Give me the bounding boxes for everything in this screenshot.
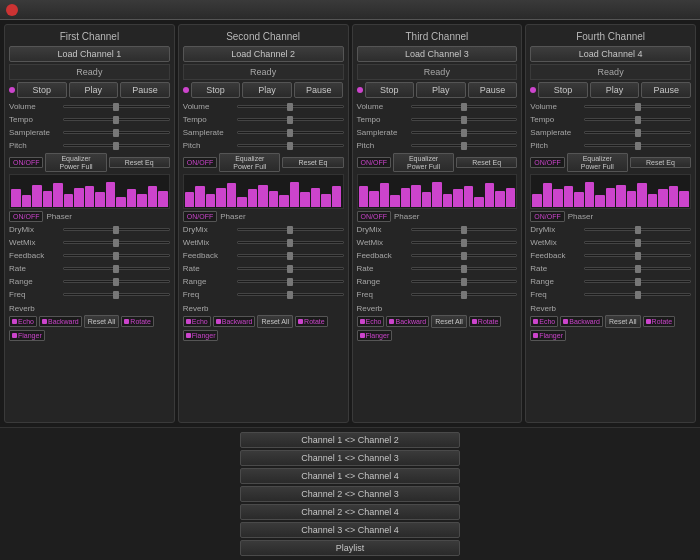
phaser-slider-track[interactable] (584, 267, 691, 270)
phaser-slider-track[interactable] (411, 293, 518, 296)
phaser-slider-track[interactable] (584, 228, 691, 231)
phaser-slider-track[interactable] (411, 254, 518, 257)
slider-track[interactable] (237, 131, 344, 134)
load-button[interactable]: Load Channel 4 (530, 46, 691, 62)
channel-link-button[interactable]: Channel 3 <> Channel 4 (240, 522, 460, 538)
pause-button[interactable]: Pause (120, 82, 170, 98)
rotate-button[interactable]: Rotate (295, 316, 328, 327)
flanger-button[interactable]: Flanger (357, 330, 393, 341)
playlist-button[interactable]: Playlist (240, 540, 460, 556)
rotate-button[interactable]: Rotate (469, 316, 502, 327)
echo-button[interactable]: Echo (357, 316, 385, 327)
phaser-slider-track[interactable] (411, 228, 518, 231)
phaser-slider-track[interactable] (63, 293, 170, 296)
load-button[interactable]: Load Channel 2 (183, 46, 344, 62)
play-button[interactable]: Play (242, 82, 292, 98)
pause-button[interactable]: Pause (294, 82, 344, 98)
slider-track[interactable] (411, 118, 518, 121)
phaser-slider-track[interactable] (237, 280, 344, 283)
rotate-button[interactable]: Rotate (643, 316, 676, 327)
rotate-button[interactable]: Rotate (121, 316, 154, 327)
backward-button[interactable]: Backward (560, 316, 603, 327)
stop-button[interactable]: Stop (365, 82, 415, 98)
channel-link-button[interactable]: Channel 1 <> Channel 2 (240, 432, 460, 448)
backward-button[interactable]: Backward (386, 316, 429, 327)
slider-track[interactable] (584, 144, 691, 147)
flanger-button[interactable]: Flanger (530, 330, 566, 341)
phaser-slider-track[interactable] (584, 280, 691, 283)
echo-button[interactable]: Echo (9, 316, 37, 327)
eq-toggle[interactable]: ON/OFF (183, 157, 217, 168)
channel-link-button[interactable]: Channel 2 <> Channel 3 (240, 486, 460, 502)
phaser-slider-track[interactable] (237, 293, 344, 296)
slider-track[interactable] (411, 105, 518, 108)
slider-track[interactable] (411, 131, 518, 134)
phaser-slider-track[interactable] (63, 254, 170, 257)
close-button[interactable] (6, 4, 18, 16)
channel-link-button[interactable]: Channel 1 <> Channel 4 (240, 468, 460, 484)
load-button[interactable]: Load Channel 3 (357, 46, 518, 62)
slider-track[interactable] (63, 131, 170, 134)
eq-reset-button[interactable]: Reset Eq (109, 157, 170, 168)
stop-button[interactable]: Stop (191, 82, 241, 98)
phaser-toggle[interactable]: ON/OFF (183, 211, 217, 222)
phaser-toggle[interactable]: ON/OFF (357, 211, 391, 222)
slider-track[interactable] (63, 105, 170, 108)
eq-toggle[interactable]: ON/OFF (530, 157, 564, 168)
phaser-slider-track[interactable] (411, 267, 518, 270)
backward-button[interactable]: Backward (39, 316, 82, 327)
phaser-slider-track[interactable] (237, 254, 344, 257)
slider-track[interactable] (584, 131, 691, 134)
eq-power-button[interactable]: EqualizerPower Full (45, 153, 106, 172)
eq-toggle[interactable]: ON/OFF (357, 157, 391, 168)
flanger-button[interactable]: Flanger (183, 330, 219, 341)
slider-track[interactable] (584, 118, 691, 121)
flanger-button[interactable]: Flanger (9, 330, 45, 341)
phaser-slider-track[interactable] (63, 228, 170, 231)
slider-track[interactable] (237, 144, 344, 147)
phaser-toggle[interactable]: ON/OFF (530, 211, 564, 222)
phaser-slider-track[interactable] (63, 241, 170, 244)
stop-button[interactable]: Stop (17, 82, 67, 98)
eq-power-button[interactable]: EqualizerPower Full (219, 153, 280, 172)
eq-reset-button[interactable]: Reset Eq (456, 157, 517, 168)
phaser-slider-track[interactable] (584, 293, 691, 296)
phaser-slider-track[interactable] (237, 228, 344, 231)
eq-reset-button[interactable]: Reset Eq (282, 157, 343, 168)
eq-power-button[interactable]: EqualizerPower Full (567, 153, 628, 172)
channel-link-button[interactable]: Channel 1 <> Channel 3 (240, 450, 460, 466)
phaser-slider-track[interactable] (411, 241, 518, 244)
reset-all-button[interactable]: Reset All (431, 315, 467, 328)
channel-link-button[interactable]: Channel 2 <> Channel 4 (240, 504, 460, 520)
phaser-slider-track[interactable] (584, 241, 691, 244)
slider-track[interactable] (63, 118, 170, 121)
slider-track[interactable] (237, 105, 344, 108)
phaser-slider-track[interactable] (584, 254, 691, 257)
play-button[interactable]: Play (590, 82, 640, 98)
phaser-slider-track[interactable] (411, 280, 518, 283)
slider-track[interactable] (63, 144, 170, 147)
phaser-slider-track[interactable] (63, 280, 170, 283)
eq-power-button[interactable]: EqualizerPower Full (393, 153, 454, 172)
phaser-toggle[interactable]: ON/OFF (9, 211, 43, 222)
eq-toggle[interactable]: ON/OFF (9, 157, 43, 168)
phaser-slider-track[interactable] (237, 267, 344, 270)
slider-track[interactable] (411, 144, 518, 147)
phaser-slider-track[interactable] (237, 241, 344, 244)
reset-all-button[interactable]: Reset All (605, 315, 641, 328)
reset-all-button[interactable]: Reset All (257, 315, 293, 328)
load-button[interactable]: Load Channel 1 (9, 46, 170, 62)
reset-all-button[interactable]: Reset All (84, 315, 120, 328)
play-button[interactable]: Play (416, 82, 466, 98)
play-button[interactable]: Play (69, 82, 119, 98)
slider-track[interactable] (584, 105, 691, 108)
slider-track[interactable] (237, 118, 344, 121)
phaser-slider-track[interactable] (63, 267, 170, 270)
pause-button[interactable]: Pause (468, 82, 518, 98)
pause-button[interactable]: Pause (641, 82, 691, 98)
stop-button[interactable]: Stop (538, 82, 588, 98)
echo-button[interactable]: Echo (530, 316, 558, 327)
backward-button[interactable]: Backward (213, 316, 256, 327)
eq-reset-button[interactable]: Reset Eq (630, 157, 691, 168)
echo-button[interactable]: Echo (183, 316, 211, 327)
